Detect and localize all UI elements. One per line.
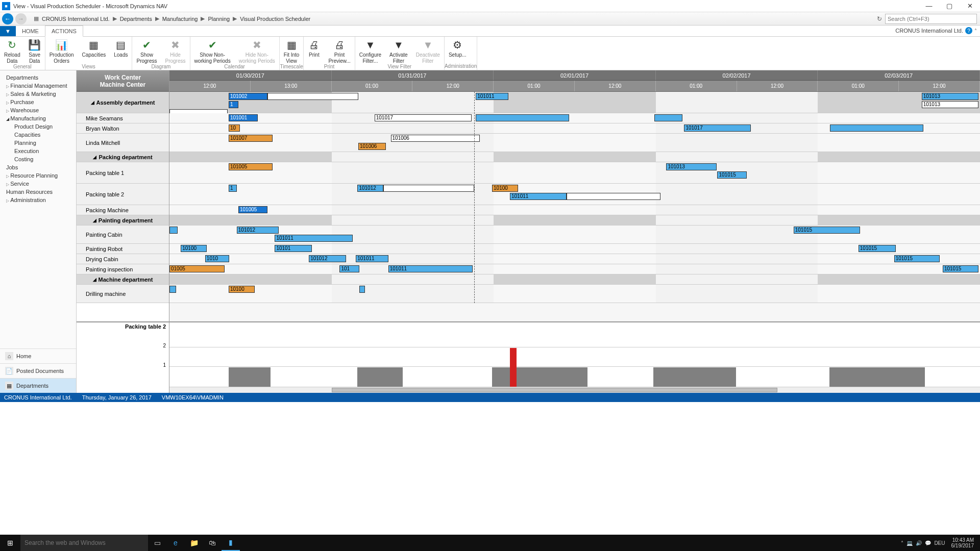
gantt-row-header[interactable]: Painting department — [77, 215, 169, 226]
nav-item-planning[interactable]: Planning — [0, 139, 76, 147]
gantt-bar[interactable]: 101007 — [229, 135, 273, 142]
deactivate-filter[interactable]: ▼Deactivate Filter — [412, 37, 444, 64]
gantt-bar[interactable]: 10100 — [181, 245, 207, 252]
nav-bottom-departments[interactable]: ▦Departments — [0, 378, 76, 393]
gantt-bar[interactable]: 101015 — [717, 171, 746, 179]
gantt-bar[interactable]: 1 — [229, 101, 238, 108]
gantt-row-header[interactable]: Packing department — [77, 152, 169, 162]
task-view-icon[interactable]: ▭ — [148, 535, 166, 551]
nav-bottom-posted-documents[interactable]: 📄Posted Documents — [0, 363, 76, 378]
gantt-bar[interactable]: 10100 — [229, 286, 255, 293]
nav-app-icon[interactable]: ▮ — [222, 535, 240, 551]
gantt-bar[interactable] — [830, 124, 923, 132]
gantt-bar[interactable]: 101013 — [922, 93, 978, 100]
gantt-row-header[interactable]: Linda Mitchell — [77, 134, 169, 152]
gantt-bar[interactable]: 101012 — [237, 227, 279, 234]
gantt-bar[interactable] — [654, 114, 683, 121]
gantt-bar[interactable]: 101015 — [894, 255, 940, 262]
hide-nonworking[interactable]: ✖Hide Non- working Periods — [235, 37, 279, 64]
nav-item-departments[interactable]: Departments — [0, 73, 76, 82]
save-data[interactable]: 💾Save Data — [24, 37, 45, 64]
gantt-row-header[interactable]: Bryan Walton — [77, 123, 169, 134]
gantt-bar[interactable] — [169, 286, 176, 293]
gantt-chart[interactable]: 01/30/201701/31/201702/01/201702/02/2017… — [169, 70, 980, 321]
configure-filter[interactable]: ▼Configure Filter... — [355, 37, 385, 64]
close-button[interactable]: ✕ — [960, 0, 980, 12]
reload-data[interactable]: ↻Reload Data — [0, 37, 24, 64]
nav-item-execution[interactable]: Execution — [0, 147, 76, 155]
gantt-bar[interactable]: 1010 — [205, 255, 230, 262]
nav-back-button[interactable]: ← — [2, 13, 13, 24]
nav-forward-button[interactable]: → — [15, 13, 27, 24]
gantt-bar[interactable]: 101015 — [943, 265, 978, 272]
gantt-row-header[interactable]: Drilling machine — [77, 285, 169, 303]
global-search-input[interactable] — [885, 14, 977, 24]
breadcrumb-vps[interactable]: Visual Production Scheduler — [240, 16, 310, 22]
tray-up-icon[interactable]: ˄ — [901, 540, 903, 546]
tray-sound-icon[interactable]: 🔊 — [916, 540, 922, 546]
refresh-icon[interactable]: ↻ — [877, 15, 882, 22]
taskbar-clock[interactable]: 10:43 AM 6/19/2017 — [948, 537, 977, 548]
gantt-bar[interactable] — [359, 286, 365, 293]
show-progress[interactable]: ✔Show Progress — [132, 37, 161, 64]
gantt-bar[interactable]: 101011 — [388, 265, 473, 272]
minimize-button[interactable]: — — [919, 0, 939, 12]
tab-actions[interactable]: ACTIONS — [45, 26, 83, 37]
gantt-bar[interactable]: 101017 — [684, 124, 750, 132]
file-explorer-icon[interactable]: 📁 — [185, 535, 203, 551]
nav-item-purchase[interactable]: Purchase — [0, 98, 76, 106]
nav-item-product-design[interactable]: Product Design — [0, 122, 76, 131]
nav-item-financial-management[interactable]: Financial Management — [0, 82, 76, 90]
gantt-bar[interactable] — [267, 93, 358, 100]
start-button[interactable]: ⊞ — [0, 535, 20, 551]
gantt-row-header[interactable]: Painting inspection — [77, 264, 169, 274]
gantt-bar[interactable]: 101011 — [510, 193, 567, 200]
nav-item-service[interactable]: Service — [0, 180, 76, 188]
nav-item-sales-marketing[interactable]: Sales & Marketing — [0, 90, 76, 98]
gantt-bar[interactable]: 1 — [229, 185, 237, 192]
nav-item-human-resources[interactable]: Human Resources — [0, 188, 76, 196]
hide-progress[interactable]: ✖Hide Progress — [161, 37, 189, 64]
gantt-bar[interactable]: 101013 — [922, 101, 978, 108]
production-orders[interactable]: 📊Production Orders — [45, 37, 78, 64]
gantt-bar[interactable]: 101012 — [309, 255, 346, 262]
breadcrumb-planning[interactable]: Planning — [208, 16, 230, 22]
gantt-bar[interactable]: 10100 — [492, 185, 518, 192]
gantt-row-header[interactable]: Packing table 1 — [77, 162, 169, 184]
print[interactable]: 🖨Print — [304, 37, 324, 64]
nav-item-capacities[interactable]: Capacities — [0, 131, 76, 139]
tab-home[interactable]: HOME — [16, 26, 45, 36]
nav-item-administration[interactable]: Administration — [0, 196, 76, 204]
gantt-row-header[interactable]: Machine department — [77, 274, 169, 285]
taskbar-search-input[interactable] — [20, 535, 148, 551]
maximize-button[interactable]: ▢ — [939, 0, 960, 12]
gantt-bar[interactable]: 10 — [229, 124, 240, 132]
nav-item-resource-planning[interactable]: Resource Planning — [0, 171, 76, 180]
breadcrumb-company[interactable]: CRONUS International Ltd. — [42, 16, 110, 22]
setup[interactable]: ⚙Setup... — [445, 37, 470, 63]
gantt-row-header[interactable]: Painting Cabin — [77, 226, 169, 244]
show-nonworking[interactable]: ✔Show Non- working Periods — [190, 37, 235, 64]
breadcrumb-departments[interactable]: Departments — [120, 16, 152, 22]
fit-view[interactable]: ▦Fit Into View — [280, 37, 304, 64]
breadcrumb-manufacturing[interactable]: Manufacturing — [162, 16, 198, 22]
gantt-row-header[interactable]: Packing Machine — [77, 205, 169, 215]
gantt-bar[interactable]: 101015 — [794, 227, 860, 234]
loads[interactable]: ▤Loads — [110, 37, 132, 64]
gantt-row-header[interactable]: Painting Robot — [77, 244, 169, 254]
gantt-bar[interactable] — [169, 227, 178, 234]
nav-item-costing[interactable]: Costing — [0, 155, 76, 163]
nav-bottom-home[interactable]: ⌂Home — [0, 348, 76, 363]
gantt-bar[interactable] — [567, 193, 660, 200]
gantt-bar[interactable] — [476, 114, 569, 121]
gantt-bar[interactable] — [383, 185, 474, 192]
gantt-bar[interactable]: 101006 — [358, 143, 386, 150]
help-icon[interactable]: ? — [965, 27, 972, 34]
nav-item-manufacturing[interactable]: Manufacturing — [0, 114, 76, 122]
gantt-row-header[interactable]: Drying Cabin — [77, 254, 169, 264]
system-tray[interactable]: ˄ 💻 🔊 💬 DEU 10:43 AM 6/19/2017 — [901, 537, 980, 548]
tray-lang[interactable]: DEU — [934, 540, 945, 546]
gantt-bar[interactable]: 101011 — [476, 93, 508, 100]
gantt-bar[interactable]: 101012 — [357, 185, 383, 192]
capacities[interactable]: ▦Capacities — [78, 37, 110, 64]
